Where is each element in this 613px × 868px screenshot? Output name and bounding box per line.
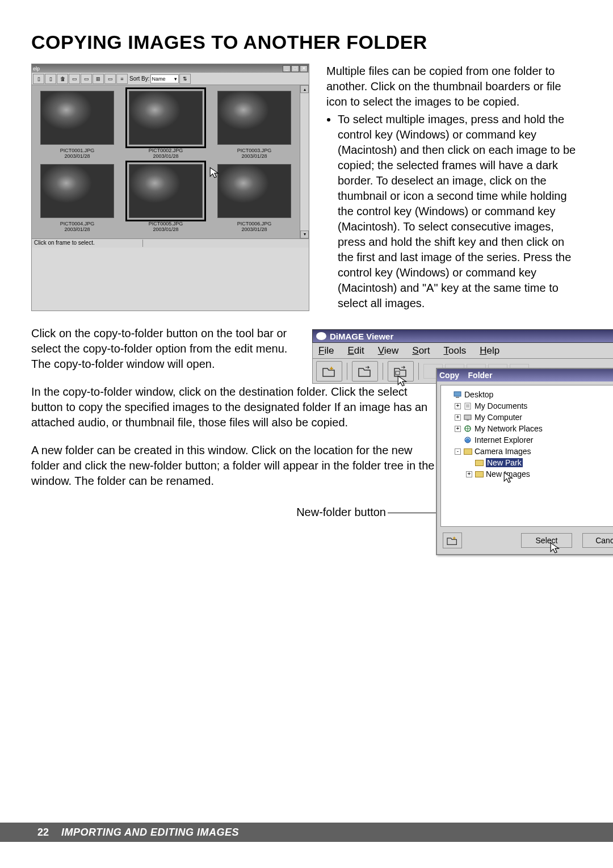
ie-icon — [463, 436, 472, 444]
scroll-down-arrow-icon[interactable]: ▾ — [300, 230, 309, 238]
thumbnail-image[interactable] — [217, 164, 291, 218]
expand-icon[interactable]: + — [455, 403, 461, 409]
docs-icon — [463, 402, 472, 410]
thumbnail-browser-window: elp _ □ ✕ ▯ ▯ 🗑 ▭ ▭ ⊞ ▭ ≡ Sort By: Name▾ — [31, 64, 309, 311]
thumbnail-cell[interactable]: PICT0006.JPG2003/01/28 — [212, 164, 296, 233]
thumbnail-cell[interactable]: PICT0005.JPG2003/01/28 — [124, 164, 208, 233]
toolbar-button[interactable]: ▭ — [69, 74, 80, 84]
toolbar-button[interactable]: ▭ — [81, 74, 92, 84]
status-text: Click on frame to select. — [34, 240, 143, 247]
thumbnail-caption: PICT0005.JPG2003/01/28 — [149, 221, 183, 233]
new-folder-toolbar-button[interactable] — [316, 361, 342, 381]
mid-paragraph: Click on the copy-to-folder button on th… — [31, 326, 291, 372]
thumbnail-image[interactable] — [129, 91, 203, 145]
dialog-title: Copy Folder — [439, 371, 492, 380]
toolbar-delete-icon[interactable]: 🗑 — [57, 74, 68, 84]
tree-label[interactable]: New Park — [486, 458, 523, 467]
dialog-new-folder-button[interactable] — [443, 532, 462, 548]
tree-row[interactable]: +My Documents — [444, 400, 613, 412]
thumbnail-cell[interactable]: PICT0004.JPG2003/01/28 — [35, 164, 119, 233]
menu-file[interactable]: File — [318, 345, 334, 357]
toolbar-button[interactable]: ⇅ — [179, 74, 191, 84]
menu-sort[interactable]: Sort — [412, 345, 430, 357]
thumbnail-image[interactable] — [40, 91, 114, 145]
tree-label[interactable]: My Documents — [475, 401, 527, 410]
expand-icon[interactable]: + — [455, 426, 461, 432]
tree-row[interactable]: +New Images — [444, 468, 613, 480]
window-buttons: _ □ ✕ — [283, 65, 308, 72]
sort-by-label: Sort By: — [129, 76, 150, 82]
sort-value: Name — [152, 76, 166, 82]
collapse-icon[interactable]: - — [455, 448, 461, 455]
svg-rect-0 — [396, 371, 400, 375]
lower-paragraph-2: A new folder can be created in this wind… — [31, 443, 440, 489]
menu-tools[interactable]: Tools — [443, 345, 466, 357]
svg-rect-5 — [467, 420, 469, 421]
titlebar-left-text: elp — [33, 66, 40, 72]
thumb-titlebar: elp _ □ ✕ — [32, 64, 309, 73]
tree-label[interactable]: My Network Places — [475, 424, 543, 433]
page-heading: COPYING IMAGES TO ANOTHER FOLDER — [31, 31, 582, 53]
dropdown-arrow-icon: ▾ — [174, 76, 177, 82]
thumbnail-cell[interactable]: PICT0003.JPG2003/01/28 — [212, 91, 296, 160]
menu-edit[interactable]: Edit — [347, 345, 364, 357]
tree-row[interactable]: Desktop — [444, 389, 613, 400]
scroll-up-arrow-icon[interactable]: ▴ — [300, 85, 309, 93]
app-icon — [316, 332, 326, 340]
scroll-track[interactable] — [300, 93, 309, 230]
toolbar-button[interactable]: ▯ — [45, 74, 56, 84]
toolbar-button[interactable]: ▯ — [33, 74, 44, 84]
dialog-select-button[interactable]: Select — [521, 533, 572, 548]
dimage-titlebar: DiMAGE Viewer — [312, 329, 613, 343]
app-title: DiMAGE Viewer — [330, 332, 393, 341]
tree-label[interactable]: Desktop — [464, 390, 493, 399]
menubar: File Edit View Sort Tools Help — [312, 343, 613, 359]
page-number: 22 — [37, 827, 49, 838]
tree-row[interactable]: +My Network Places — [444, 423, 613, 434]
thumbnail-image[interactable] — [129, 164, 203, 218]
folder-icon — [475, 459, 484, 467]
copy-to-folder-dialog: Copy Folder ✕ Desktop+My Documents+My Co… — [436, 368, 613, 555]
toolbar-list-icon[interactable]: ≡ — [116, 74, 128, 84]
intro-paragraph: Multiple files can be copied from one fo… — [326, 64, 582, 110]
menu-help[interactable]: Help — [480, 345, 499, 357]
desktop-icon — [453, 391, 462, 399]
tree-row[interactable]: Internet Explorer — [444, 434, 613, 446]
thumbnail-image[interactable] — [217, 91, 291, 145]
svg-rect-1 — [454, 392, 461, 396]
folder-icon — [475, 470, 484, 478]
tree-row[interactable]: +My Computer — [444, 412, 613, 423]
folder-icon — [463, 447, 472, 455]
copy-to-folder-toolbar-button[interactable] — [388, 361, 414, 381]
dialog-cancel-button[interactable]: Cancel — [582, 533, 613, 548]
move-folder-toolbar-button[interactable] — [352, 361, 378, 381]
thumbnail-cell[interactable]: PICT0002.JPG2003/01/28 — [124, 91, 208, 160]
menu-view[interactable]: View — [378, 345, 399, 357]
toolbar-grid-icon[interactable]: ⊞ — [93, 74, 104, 84]
folder-tree[interactable]: Desktop+My Documents+My Computer+My Netw… — [440, 385, 613, 527]
intro-bullet: To select multiple images, press and hol… — [338, 112, 582, 311]
footer-bar: 22 IMPORTING AND EDITING IMAGES — [0, 823, 613, 842]
maximize-button[interactable]: □ — [291, 65, 299, 72]
toolbar-button[interactable]: ▭ — [104, 74, 116, 84]
close-button[interactable]: ✕ — [300, 65, 308, 72]
thumbnail-grid: PICT0001.JPG2003/01/28PICT0002.JPG2003/0… — [32, 85, 300, 238]
sort-by-select[interactable]: Name▾ — [150, 74, 179, 83]
thumbnail-caption: PICT0002.JPG2003/01/28 — [149, 148, 183, 160]
tree-label[interactable]: Camera Images — [475, 447, 531, 456]
tree-label[interactable]: New Images — [486, 469, 530, 479]
minimize-button[interactable]: _ — [283, 65, 291, 72]
thumbnail-cell[interactable]: PICT0001.JPG2003/01/28 — [35, 91, 119, 160]
thumbnail-caption: PICT0003.JPG2003/01/28 — [237, 148, 272, 160]
tree-label[interactable]: My Computer — [475, 413, 522, 422]
thumbnail-image[interactable] — [40, 164, 114, 218]
tree-label[interactable]: Internet Explorer — [475, 435, 534, 445]
expand-icon[interactable]: + — [466, 471, 472, 477]
svg-rect-2 — [456, 397, 459, 398]
tree-row[interactable]: New Park — [444, 457, 613, 468]
vertical-scrollbar[interactable]: ▴ ▾ — [300, 85, 309, 238]
tree-row[interactable]: -Camera Images — [444, 446, 613, 457]
new-folder-button-label: New-folder button — [31, 506, 440, 519]
expand-icon[interactable]: + — [455, 414, 461, 421]
thumbnail-caption: PICT0001.JPG2003/01/28 — [60, 148, 95, 160]
